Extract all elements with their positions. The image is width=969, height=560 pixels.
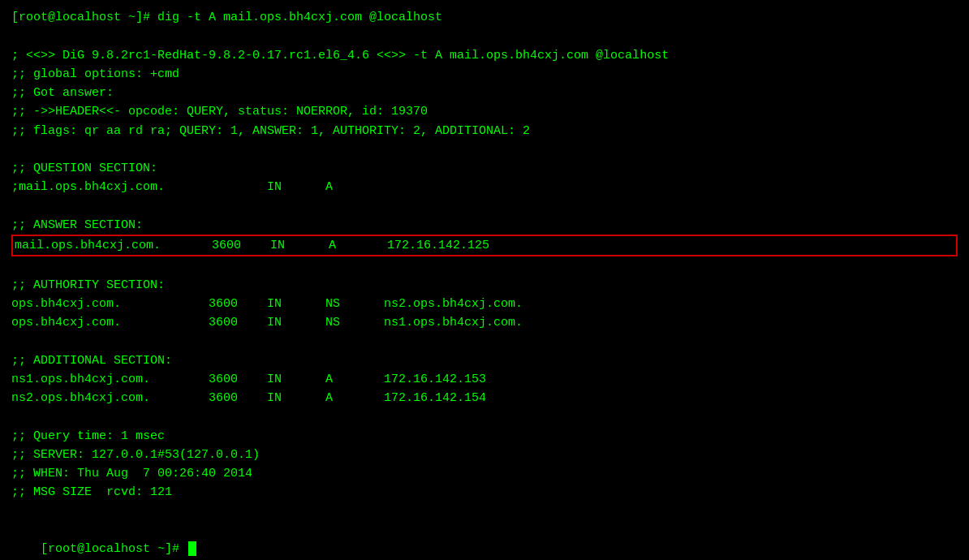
bottom-prompt-line: [root@localhost ~]# (11, 521, 958, 560)
additional-ns2-line: ns2.ops.bh4cxj.com. 3600 IN A 172.16.142… (11, 389, 958, 407)
blank-line-7 (11, 502, 958, 521)
msg-size-line: ;; MSG SIZE rcvd: 121 (11, 483, 958, 502)
command-line: [root@localhost ~]# dig -t A mail.ops.bh… (11, 8, 958, 27)
cursor-blink (188, 541, 196, 556)
authority-ns1-line: ops.bh4cxj.com. 3600 IN NS ns1.ops.bh4cx… (11, 313, 958, 332)
question-section-label: ;; QUESTION SECTION: (11, 159, 958, 178)
blank-line-5 (11, 332, 958, 351)
server-line: ;; SERVER: 127.0.0.1#53(127.0.0.1) (11, 446, 958, 464)
additional-section-label: ;; ADDITIONAL SECTION: (11, 351, 958, 370)
dig-version-line: ; <<>> DiG 9.8.2rc1-RedHat-9.8.2-0.17.rc… (11, 46, 958, 65)
additional-ns1-line: ns1.ops.bh4cxj.com. 3600 IN A 172.16.142… (11, 370, 958, 389)
answer-section-data: mail.ops.bh4cxj.com. 3600 IN A 172.16.14… (11, 235, 958, 256)
terminal-window: [root@localhost ~]# dig -t A mail.ops.bh… (11, 8, 958, 552)
blank-line-2 (11, 140, 958, 159)
authority-section-label: ;; AUTHORITY SECTION: (11, 276, 958, 295)
authority-ns2-line: ops.bh4cxj.com. 3600 IN NS ns2.ops.bh4cx… (11, 295, 958, 313)
blank-line-4 (11, 256, 958, 275)
global-options-line: ;; global options: +cmd (11, 65, 958, 84)
question-section-data: ;mail.ops.bh4cxj.com. IN A (11, 178, 958, 196)
blank-line-3 (11, 197, 958, 216)
header-line: ;; ->>HEADER<<- opcode: QUERY, status: N… (11, 102, 958, 121)
answer-section-label: ;; ANSWER SECTION: (11, 216, 958, 235)
blank-line-1 (11, 27, 958, 45)
bottom-prompt-text: [root@localhost ~]# (41, 542, 187, 556)
query-time-line: ;; Query time: 1 msec (11, 427, 958, 446)
got-answer-line: ;; Got answer: (11, 84, 958, 102)
when-line: ;; WHEN: Thu Aug 7 00:26:40 2014 (11, 464, 958, 483)
blank-line-6 (11, 407, 958, 426)
flags-line: ;; flags: qr aa rd ra; QUERY: 1, ANSWER:… (11, 122, 958, 140)
